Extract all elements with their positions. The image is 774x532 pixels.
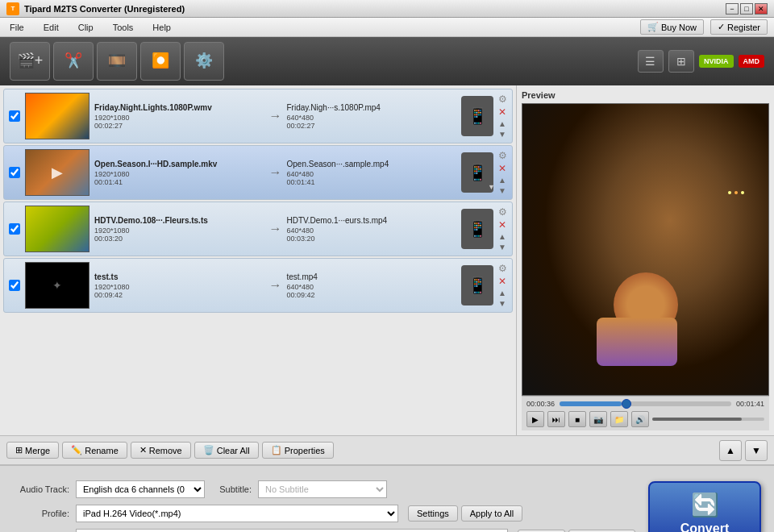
file-info-3: HDTV.Demo.108···.Fleurs.ts.ts 1920*1080 … <box>94 216 264 243</box>
folder-button[interactable]: 📁 <box>610 411 628 427</box>
up-action-1[interactable]: ▲ <box>498 119 507 128</box>
edit-button[interactable]: ✂️ <box>53 42 94 81</box>
gear-icon: ⚙️ <box>195 52 213 69</box>
amd-badge: AMD <box>739 55 765 68</box>
device-icon-4[interactable]: 📱 <box>461 265 493 305</box>
move-down-button[interactable]: ▼ <box>745 440 768 461</box>
convert-button[interactable]: 🔄 Convert <box>648 481 761 532</box>
destination-input[interactable] <box>76 529 508 532</box>
menu-help[interactable]: Help <box>149 21 174 34</box>
progress-track[interactable] <box>560 401 731 406</box>
file-thumbnail-1 <box>25 93 89 139</box>
settings-button[interactable]: Settings <box>408 505 458 522</box>
output-res-1: 640*480 <box>287 114 457 122</box>
merge-button[interactable]: ⊞ Merge <box>6 442 59 459</box>
play-button[interactable]: ▶ <box>526 411 544 427</box>
file-checkbox-1[interactable] <box>9 110 20 122</box>
menu-edit[interactable]: Edit <box>40 21 62 34</box>
gear-action-3[interactable]: ⚙ <box>498 206 507 218</box>
file-output-3: HDTV.Demo.1···eurs.ts.mp4 640*480 00:03:… <box>287 216 457 243</box>
main-area: Friday.Night.Lights.1080P.wmv 1920*1080 … <box>0 85 774 435</box>
clip-button[interactable]: 🎞️ <box>97 42 137 81</box>
profile-select[interactable]: iPad H.264 Video(*.mp4) <box>76 505 398 522</box>
remove-action-2[interactable]: ✕ <box>498 163 507 174</box>
bottom-settings: Audio Track: English dca 6 channels (0 S… <box>0 464 774 532</box>
record-icon: ⏺️ <box>152 52 169 69</box>
file-thumbnail-3 <box>25 206 89 252</box>
settings-tool-button[interactable]: ⚙️ <box>184 42 224 81</box>
apply-to-all-button[interactable]: Apply to All <box>461 505 522 522</box>
down-action-4[interactable]: ▼ <box>498 299 507 308</box>
volume-slider[interactable] <box>652 418 764 421</box>
menu-tools[interactable]: Tools <box>110 21 137 34</box>
profile-select-group: iPad H.264 Video(*.mp4) <box>76 505 398 522</box>
file-thumbnail-2: ▶ <box>25 149 89 196</box>
register-button[interactable]: ✓ Register <box>710 19 768 35</box>
file-checkbox-4[interactable] <box>9 280 20 291</box>
remove-action-3[interactable]: ✕ <box>498 219 507 231</box>
up-action-2[interactable]: ▲ <box>498 176 507 185</box>
down-action-2[interactable]: ▼ <box>498 186 507 195</box>
file-info-1: Friday.Night.Lights.1080P.wmv 1920*1080 … <box>94 103 264 130</box>
output-dur-4: 00:09:42 <box>287 291 457 299</box>
preview-video <box>522 103 769 396</box>
file-output-1: Friday.Nigh···s.1080P.mp4 640*480 00:02:… <box>287 103 457 130</box>
file-res-1: 1920*1080 <box>94 114 264 122</box>
record-button[interactable]: ⏺️ <box>140 42 181 81</box>
device-dropdown-2[interactable]: ▼ <box>488 183 495 191</box>
properties-button[interactable]: 📋 Properties <box>262 442 334 459</box>
down-action-3[interactable]: ▼ <box>498 243 507 251</box>
edit-icon: ✂️ <box>64 52 82 69</box>
clear-all-button[interactable]: 🗑️ Clear All <box>194 442 259 459</box>
up-action-4[interactable]: ▲ <box>498 289 507 297</box>
camera-button[interactable]: 📷 <box>589 411 607 427</box>
rename-button[interactable]: ✏️ Rename <box>62 442 127 459</box>
file-name-1: Friday.Night.Lights.1080P.wmv <box>94 103 264 112</box>
list-view-button[interactable]: ☰ <box>638 50 664 73</box>
convert-label: Convert <box>680 522 729 533</box>
progress-thumb[interactable] <box>622 399 631 409</box>
move-up-button[interactable]: ▲ <box>719 440 742 461</box>
menu-file[interactable]: File <box>6 21 27 34</box>
device-icon-2[interactable]: 📱 ▼ <box>461 152 493 193</box>
close-button[interactable]: ✕ <box>755 3 768 15</box>
clear-icon: 🗑️ <box>203 445 214 455</box>
profile-row: Profile: iPad H.264 Video(*.mp4) Setting… <box>13 505 635 522</box>
up-action-3[interactable]: ▲ <box>498 232 507 241</box>
preview-panel: Preview 00:00:36 00:0 <box>516 85 774 435</box>
gear-action-1[interactable]: ⚙ <box>498 94 507 105</box>
gear-action-4[interactable]: ⚙ <box>498 263 507 274</box>
step-button[interactable]: ⏭ <box>547 411 565 427</box>
minimize-button[interactable]: − <box>726 3 739 15</box>
file-checkbox-3[interactable] <box>9 223 20 235</box>
gear-action-2[interactable]: ⚙ <box>498 150 507 161</box>
device-icon-3[interactable]: 📱 <box>461 209 493 249</box>
file-checkbox-2[interactable] <box>9 167 20 178</box>
add-file-button[interactable]: 🎬+ <box>10 42 50 81</box>
file-actions-4: ⚙ ✕ ▲ ▼ <box>498 263 507 308</box>
audio-track-select[interactable]: English dca 6 channels (0 <box>76 480 205 498</box>
remove-action-4[interactable]: ✕ <box>498 276 507 287</box>
file-info-4: test.ts 1920*1080 00:09:42 <box>94 272 264 299</box>
star-decoration: ✦ <box>52 279 62 292</box>
destination-row: Destination: Browse Open Folder <box>13 529 635 532</box>
arrow-icon-2: → <box>269 165 282 180</box>
grid-view-button[interactable]: ⊞ <box>668 50 694 73</box>
device-icon-1[interactable]: 📱 <box>461 96 493 136</box>
maximize-button[interactable]: □ <box>740 3 753 15</box>
remove-button[interactable]: ✕ Remove <box>131 442 191 459</box>
subtitle-select[interactable]: No Subtitle <box>258 480 387 498</box>
buy-now-button[interactable]: 🛒 Buy Now <box>640 19 704 35</box>
audio-track-select-group: English dca 6 channels (0 <box>76 480 205 498</box>
output-dur-1: 00:02:27 <box>287 122 457 130</box>
menu-clip[interactable]: Clip <box>75 21 97 34</box>
stop-button[interactable]: ■ <box>568 411 586 427</box>
file-name-4: test.ts <box>94 272 264 281</box>
volume-fill <box>652 418 742 421</box>
file-item: HDTV.Demo.108···.Fleurs.ts.ts 1920*1080 … <box>3 202 513 256</box>
output-res-3: 640*480 <box>287 227 457 235</box>
file-actions-3: ⚙ ✕ ▲ ▼ <box>498 206 507 251</box>
remove-action-1[interactable]: ✕ <box>498 106 507 118</box>
down-action-1[interactable]: ▼ <box>498 130 507 139</box>
progress-bar-area: 00:00:36 00:01:41 <box>526 400 764 408</box>
